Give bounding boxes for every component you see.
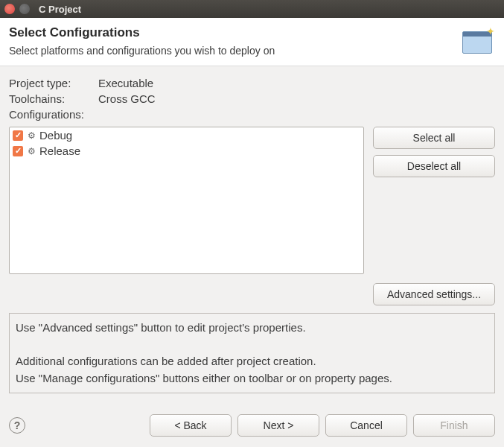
page-subtitle: Select platforms and configurations you … xyxy=(9,45,275,57)
wizard-footer: ? < Back Next > Cancel Finish xyxy=(0,407,504,447)
close-icon[interactable] xyxy=(4,4,15,14)
minimize-icon[interactable] xyxy=(19,4,30,14)
hints-panel: Use "Advanced settings" button to edit p… xyxy=(9,313,495,393)
hint-line: Use "Manage configurations" buttons eith… xyxy=(16,370,488,387)
configurations-label: Configurations: xyxy=(9,108,98,121)
configurations-list[interactable]: Debug Release xyxy=(9,127,364,274)
next-button[interactable]: Next > xyxy=(237,414,319,437)
config-item-label: Debug xyxy=(39,129,72,142)
toolchains-value: Cross GCC xyxy=(98,92,156,105)
wizard-header: Select Configurations Select platforms a… xyxy=(0,18,504,66)
deselect-all-button[interactable]: Deselect all xyxy=(373,155,495,177)
checkbox-icon[interactable] xyxy=(13,146,23,156)
cancel-button[interactable]: Cancel xyxy=(325,414,407,437)
hint-line: Additional configurations can be added a… xyxy=(16,353,488,370)
back-button[interactable]: < Back xyxy=(150,414,232,437)
finish-button: Finish xyxy=(413,414,495,437)
hint-line: Use "Advanced settings" button to edit p… xyxy=(16,320,488,337)
advanced-settings-button[interactable]: Advanced settings... xyxy=(373,283,495,305)
list-item[interactable]: Release xyxy=(10,143,363,159)
project-type-label: Project type: xyxy=(9,77,98,89)
window-title: C Project xyxy=(39,4,81,15)
page-title: Select Configurations xyxy=(9,25,275,40)
content-area: Project type: Executable Toolchains: Cro… xyxy=(0,66,504,401)
checkbox-icon[interactable] xyxy=(13,130,23,141)
list-item[interactable]: Debug xyxy=(10,127,363,143)
select-all-button[interactable]: Select all xyxy=(373,127,495,149)
gear-icon xyxy=(26,130,36,141)
wizard-icon: ✦ xyxy=(459,25,495,55)
toolchains-label: Toolchains: xyxy=(9,92,98,105)
project-type-value: Executable xyxy=(98,77,153,89)
gear-icon xyxy=(26,146,36,156)
help-button[interactable]: ? xyxy=(9,417,25,434)
config-item-label: Release xyxy=(39,145,80,157)
titlebar: C Project xyxy=(0,0,504,18)
